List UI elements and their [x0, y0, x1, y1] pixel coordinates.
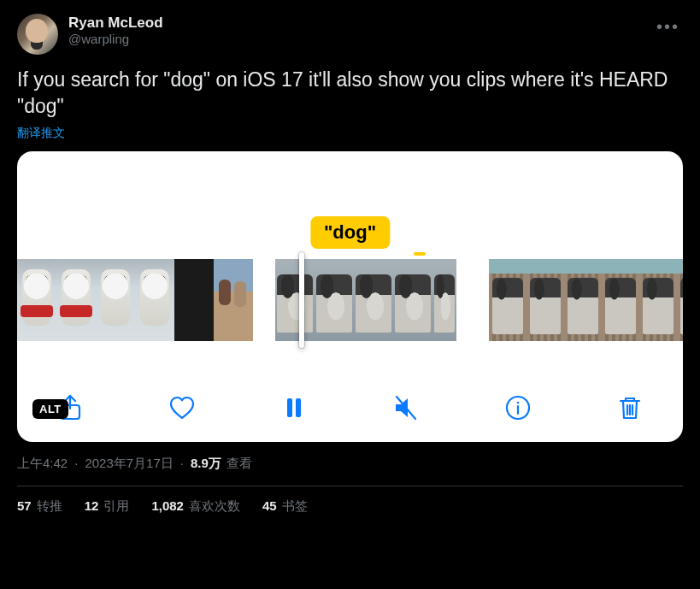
alt-badge[interactable]: ALT — [32, 399, 68, 419]
tweet-header: Ryan McLeod @warpling ••• — [17, 14, 683, 55]
playhead-marker — [414, 252, 426, 256]
likes-label: 喜欢次数 — [189, 498, 240, 515]
stat-quotes[interactable]: 12 引用 — [85, 498, 130, 515]
translate-link[interactable]: 翻译推文 — [17, 126, 65, 141]
separator: · — [74, 456, 78, 470]
clip-group-active[interactable] — [275, 259, 456, 341]
author-block[interactable]: Ryan McLeod @warpling — [68, 14, 163, 48]
info-button[interactable] — [499, 389, 537, 427]
info-icon — [503, 393, 532, 422]
tweet-meta: 上午4:42 · 2023年7月17日 · 8.9万 查看 — [17, 456, 683, 486]
retweets-count: 57 — [17, 498, 32, 513]
video-frame — [677, 259, 683, 341]
svg-point-4 — [517, 402, 520, 404]
video-frame — [96, 259, 135, 341]
avatar[interactable] — [17, 14, 58, 55]
stat-retweets[interactable]: 57 转推 — [17, 498, 62, 515]
svg-rect-2 — [296, 398, 301, 417]
more-options-button[interactable]: ••• — [653, 14, 683, 40]
video-frame — [432, 259, 456, 341]
video-frame — [526, 259, 564, 341]
pause-button[interactable] — [275, 389, 313, 427]
video-frame — [564, 259, 602, 341]
video-frame — [639, 259, 677, 341]
separator: · — [180, 456, 184, 470]
heart-icon — [168, 393, 197, 422]
video-frame — [393, 259, 432, 341]
views-label: 查看 — [226, 456, 252, 472]
mute-icon — [391, 393, 421, 422]
video-frame — [315, 259, 354, 341]
svg-rect-1 — [287, 398, 292, 417]
video-scrubber[interactable] — [17, 259, 683, 341]
likes-count: 1,082 — [151, 498, 184, 513]
playhead[interactable] — [299, 252, 304, 348]
retweets-label: 转推 — [37, 498, 62, 515]
pause-icon — [279, 393, 309, 422]
media-toolbar — [17, 389, 683, 427]
trash-icon — [615, 393, 644, 422]
handle: @warpling — [68, 32, 163, 48]
tweet-date[interactable]: 2023年7月17日 — [85, 456, 173, 472]
stat-bookmarks[interactable]: 45 书签 — [262, 498, 308, 515]
views-count: 8.9万 — [191, 456, 221, 472]
video-frame — [214, 259, 253, 341]
stat-likes[interactable]: 1,082 喜欢次数 — [151, 498, 240, 515]
clip-group[interactable] — [489, 259, 683, 341]
tweet-time[interactable]: 上午4:42 — [17, 456, 68, 472]
video-frame — [489, 259, 526, 341]
video-frame — [602, 259, 639, 341]
video-frame — [354, 259, 393, 341]
media-card[interactable]: "dog" — [17, 151, 683, 442]
like-button[interactable] — [163, 389, 201, 427]
tweet-container: Ryan McLeod @warpling ••• If you search … — [0, 0, 700, 523]
mute-button[interactable] — [387, 389, 425, 427]
video-frame — [17, 259, 56, 341]
ellipsis-icon: ••• — [656, 17, 679, 36]
quotes-count: 12 — [85, 498, 99, 513]
video-frame — [135, 259, 174, 341]
tweet-stats: 57 转推 12 引用 1,082 喜欢次数 45 书签 — [17, 486, 683, 515]
video-frame — [56, 259, 96, 341]
delete-button[interactable] — [611, 389, 649, 427]
video-frame — [275, 259, 315, 341]
clip-group[interactable] — [17, 259, 255, 341]
bookmarks-label: 书签 — [282, 498, 308, 515]
caption-bubble: "dog" — [310, 216, 390, 249]
video-frame — [174, 259, 214, 341]
bookmarks-count: 45 — [262, 498, 277, 513]
tweet-text: If you search for "dog" on iOS 17 it'll … — [17, 67, 683, 120]
display-name: Ryan McLeod — [68, 14, 163, 32]
quotes-label: 引用 — [103, 498, 129, 515]
